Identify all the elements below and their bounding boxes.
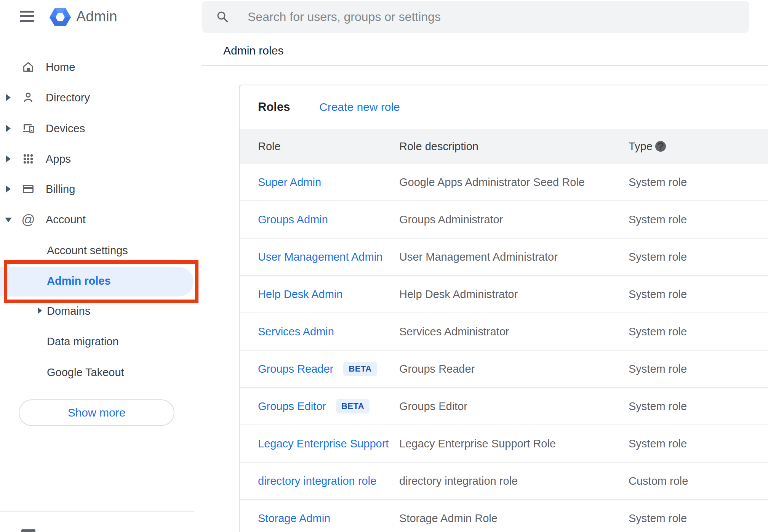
- sidebar-item-devices[interactable]: Devices: [0, 117, 202, 140]
- sidebar-item-apps[interactable]: Apps: [0, 147, 202, 170]
- roles-card-header: Roles Create new role: [240, 85, 768, 129]
- sidebar-item-label: Billing: [46, 183, 75, 195]
- sidebar-item-billing[interactable]: Billing: [0, 178, 202, 200]
- apps-grid-icon: [21, 152, 35, 166]
- role-type: System role: [629, 363, 687, 375]
- sidebar-item-label: Home: [46, 61, 75, 74]
- search-input[interactable]: Search for users, groups or settings: [202, 1, 749, 33]
- menu-icon[interactable]: [20, 11, 34, 22]
- sidebar-item-label: Account settings: [47, 244, 128, 257]
- help-icon[interactable]: ?: [655, 141, 666, 152]
- role-type: System role: [629, 176, 687, 189]
- column-header-description: Role description: [399, 140, 478, 153]
- role-description: Google Apps Administrator Seed Role: [399, 176, 585, 189]
- role-link[interactable]: Services Admin: [258, 325, 334, 338]
- role-description: Groups Editor: [399, 400, 467, 413]
- card-title: Roles: [258, 100, 290, 114]
- role-link[interactable]: Help Desk Admin: [258, 288, 342, 300]
- chevron-right-icon[interactable]: [6, 155, 11, 162]
- role-description: Services Administrator: [399, 325, 509, 338]
- annotation-highlight-box: [4, 260, 198, 303]
- role-description: User Management Administrator: [399, 251, 558, 263]
- table-row: User Management Admin User Management Ad…: [240, 239, 768, 276]
- table-row: Help Desk Admin Help Desk Administrator …: [240, 276, 768, 313]
- table-row: directory integration role directory int…: [240, 463, 768, 500]
- role-type: Custom role: [629, 475, 688, 487]
- table-row: Super Admin Google Apps Administrator Se…: [240, 164, 768, 201]
- sidebar-item-label: Devices: [46, 122, 85, 135]
- sidebar-item-label: Google Takeout: [47, 366, 124, 379]
- role-link[interactable]: User Management Admin: [258, 251, 382, 263]
- at-sign-icon: @: [21, 213, 35, 226]
- admin-logo-icon: [48, 6, 72, 28]
- role-type: System role: [629, 400, 687, 413]
- beta-badge: BETA: [336, 399, 370, 413]
- chevron-right-icon[interactable]: [6, 94, 11, 101]
- create-new-role-link[interactable]: Create new role: [319, 101, 400, 114]
- role-link[interactable]: Groups Admin: [258, 213, 328, 226]
- table-row: Groups Admin Groups Administrator System…: [240, 201, 768, 239]
- sidebar: Admin Home Directory: [0, 0, 202, 532]
- column-header-role: Role: [258, 140, 281, 153]
- search-icon: [216, 10, 229, 24]
- chevron-right-icon[interactable]: [6, 186, 11, 192]
- app-title: Admin: [76, 8, 117, 25]
- sidebar-item-domains[interactable]: Domains: [0, 300, 202, 322]
- column-header-type: Type: [629, 140, 653, 153]
- beta-badge: BETA: [343, 362, 377, 376]
- clipped-sidebar-icon: [21, 529, 35, 532]
- role-description: Legacy Enterprise Support Role: [399, 437, 556, 450]
- person-icon: [21, 91, 35, 104]
- table-row: Legacy Enterprise Support Legacy Enterpr…: [240, 425, 768, 463]
- home-icon: [21, 60, 35, 74]
- role-description: Storage Admin Role: [399, 512, 498, 525]
- sidebar-item-google-takeout[interactable]: Google Takeout: [0, 361, 202, 384]
- table-row: Services Admin Services Administrator Sy…: [240, 313, 768, 351]
- role-link[interactable]: directory integration role: [258, 475, 376, 487]
- sidebar-item-account[interactable]: @ Account: [0, 208, 202, 231]
- role-description: Groups Reader: [399, 363, 475, 375]
- role-link[interactable]: Storage Admin: [258, 512, 330, 524]
- role-type: System role: [629, 251, 687, 263]
- sidebar-item-label: Apps: [46, 153, 71, 165]
- role-link[interactable]: Groups Reader: [258, 363, 333, 375]
- role-link[interactable]: Legacy Enterprise Support: [258, 437, 389, 450]
- role-link[interactable]: Groups Editor: [258, 400, 326, 412]
- sidebar-item-label: Data migration: [47, 335, 119, 348]
- role-description: Groups Administrator: [399, 213, 503, 226]
- sidebar-item-home[interactable]: Home: [0, 56, 202, 79]
- table-row: Groups ReaderBETA Groups Reader System r…: [240, 351, 768, 388]
- search-placeholder: Search for users, groups or settings: [248, 10, 441, 24]
- breadcrumb: Admin roles: [223, 44, 283, 57]
- role-link[interactable]: Super Admin: [258, 176, 321, 188]
- sidebar-item-label: Account: [46, 213, 86, 226]
- chevron-right-icon[interactable]: [6, 125, 11, 132]
- role-description: directory integration role: [399, 475, 518, 487]
- role-type: System role: [629, 437, 687, 450]
- role-type: System role: [629, 288, 687, 301]
- sidebar-item-data-migration[interactable]: Data migration: [0, 330, 202, 353]
- devices-icon: [21, 122, 35, 135]
- role-type: System role: [629, 213, 687, 226]
- chevron-right-icon[interactable]: [38, 308, 42, 314]
- chevron-down-icon[interactable]: [5, 218, 12, 222]
- sidebar-item-label: Directory: [46, 91, 90, 104]
- role-description: Help Desk Administrator: [399, 288, 518, 301]
- sidebar-item-label: Domains: [47, 305, 90, 317]
- sidebar-item-account-settings[interactable]: Account settings: [0, 239, 202, 262]
- role-type: System role: [629, 512, 687, 525]
- header-divider: [202, 65, 768, 66]
- roles-card: Roles Create new role Role Role descript…: [239, 85, 768, 532]
- sidebar-divider: [0, 511, 194, 512]
- role-type: System role: [629, 325, 687, 338]
- table-row: Storage Admin Storage Admin Role System …: [240, 500, 768, 532]
- credit-card-icon: [21, 182, 35, 196]
- table-header-row: Role Role description Type ?: [240, 129, 768, 164]
- sidebar-item-directory[interactable]: Directory: [0, 86, 202, 109]
- show-more-button[interactable]: Show more: [19, 399, 174, 426]
- table-row: Groups EditorBETA Groups Editor System r…: [240, 388, 768, 425]
